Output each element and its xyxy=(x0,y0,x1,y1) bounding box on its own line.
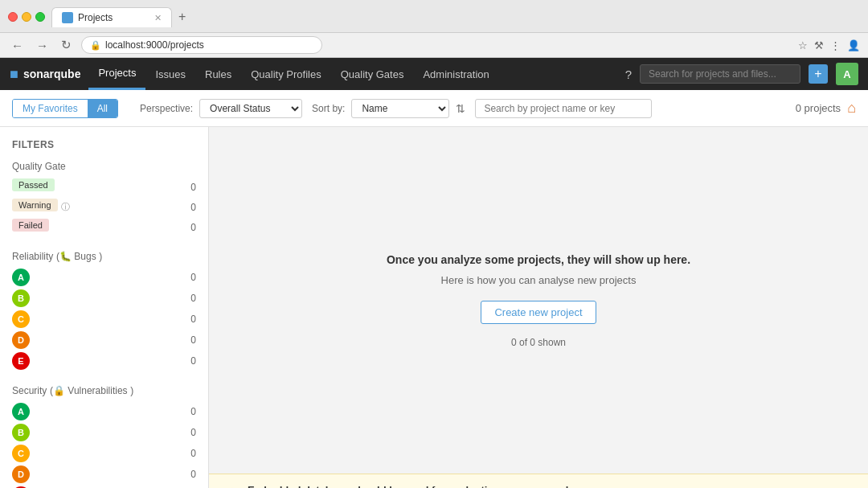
passed-count: 0 xyxy=(190,182,196,193)
warning-label: Warning xyxy=(18,200,51,210)
sidebar: Filters Quality Gate Passed 0 Warning ⓘ xyxy=(0,127,209,488)
help-icon[interactable]: ? xyxy=(625,68,632,81)
address-bar-row: ← → ↻ 🔒 localhost:9000/projects ☆ ⚒ ⋮ 👤 xyxy=(0,33,868,58)
grade-e-reliability[interactable]: E xyxy=(12,352,30,370)
nav-rules[interactable]: Rules xyxy=(195,58,241,90)
address-text: localhost:9000/projects xyxy=(105,39,204,51)
extensions-icon[interactable]: ⚒ xyxy=(814,39,824,51)
projects-count-row: 0 projects ⌂ xyxy=(796,100,856,117)
warning-title: Embedded database should be used for eva… xyxy=(248,484,852,488)
security-b-row: B 0 xyxy=(12,424,196,441)
close-button[interactable] xyxy=(8,12,18,22)
grade-d-reliability[interactable]: D xyxy=(12,331,30,349)
title-bar: Projects ✕ + xyxy=(8,6,860,27)
security-d-count: 0 xyxy=(190,469,196,480)
lock-icon: 🔒 xyxy=(90,40,101,51)
browser-chrome: Projects ✕ + xyxy=(0,0,868,33)
maximize-button[interactable] xyxy=(35,12,45,22)
perspective-select[interactable]: Overall Status New Code xyxy=(199,99,302,118)
perspective-row: Perspective: Overall Status New Code xyxy=(140,99,302,118)
passed-badge[interactable]: Passed xyxy=(12,178,55,191)
security-c-count: 0 xyxy=(190,448,196,459)
grade-d-security[interactable]: D xyxy=(12,465,30,483)
main-layout: Filters Quality Gate Passed 0 Warning ⓘ xyxy=(0,127,868,488)
tab-bar: Projects ✕ + xyxy=(51,6,192,27)
security-a-row: A 0 xyxy=(12,403,196,420)
sort-order-icon[interactable]: ⇅ xyxy=(456,102,465,115)
tab-close-icon[interactable]: ✕ xyxy=(154,13,162,23)
nav-projects[interactable]: Projects xyxy=(88,58,145,90)
minimize-button[interactable] xyxy=(22,12,31,22)
new-tab-button[interactable]: + xyxy=(172,6,192,27)
reliability-a-count: 0 xyxy=(190,272,196,283)
nav-issues[interactable]: Issues xyxy=(145,58,195,90)
reliability-b-row: B 0 xyxy=(12,289,196,307)
projects-count-text: 0 projects xyxy=(796,102,841,114)
warning-badge[interactable]: Warning xyxy=(12,199,58,211)
filter-bar: My Favorites All Perspective: Overall St… xyxy=(0,90,868,127)
address-bar[interactable]: 🔒 localhost:9000/projects xyxy=(81,36,322,54)
app-navbar: ■ sonarqube Projects Issues Rules Qualit… xyxy=(0,58,868,90)
failed-count: 0 xyxy=(190,222,196,233)
address-bar-icons: ☆ ⚒ ⋮ 👤 xyxy=(798,39,860,51)
quality-gate-section: Quality Gate Passed 0 Warning ⓘ 0 xyxy=(12,160,196,236)
empty-state: Once you analyze some projects, they wil… xyxy=(387,253,690,348)
grade-b-security[interactable]: B xyxy=(12,424,30,441)
create-button[interactable]: + xyxy=(809,64,828,84)
traffic-lights xyxy=(8,12,45,22)
grade-b-reliability[interactable]: B xyxy=(12,289,30,307)
tab-title: Projects xyxy=(78,12,113,23)
security-c-row: C 0 xyxy=(12,445,196,462)
reliability-d-count: 0 xyxy=(190,334,196,346)
forward-button[interactable]: → xyxy=(33,37,51,54)
security-b-count: 0 xyxy=(190,427,196,438)
refresh-button[interactable]: ↻ xyxy=(58,36,75,54)
sonar-logo: ■ sonarqube xyxy=(10,66,80,83)
reliability-b-count: 0 xyxy=(190,293,196,304)
reliability-a-row: A 0 xyxy=(12,269,196,286)
bookmark-icon[interactable]: ☆ xyxy=(798,39,808,51)
qg-warning-row: Warning ⓘ 0 xyxy=(12,199,196,215)
nav-administration[interactable]: Administration xyxy=(413,58,498,90)
security-section: Security (🔒 Vulnerabilities ) A 0 B 0 C … xyxy=(12,384,196,488)
sonar-cube-icon: ■ xyxy=(10,66,18,83)
my-favorites-tab[interactable]: My Favorites xyxy=(13,100,88,117)
back-button[interactable]: ← xyxy=(8,37,27,54)
warning-icon: ⚠ xyxy=(225,485,238,488)
reliability-c-count: 0 xyxy=(190,314,196,325)
perspective-label: Perspective: xyxy=(140,103,193,114)
sort-row: Sort by: Name Last analysis ⇅ xyxy=(312,99,465,118)
security-d-row: D 0 xyxy=(12,465,196,483)
reliability-d-row: D 0 xyxy=(12,331,196,349)
sort-select[interactable]: Name Last analysis xyxy=(351,99,449,118)
nav-quality-gates[interactable]: Quality Gates xyxy=(331,58,414,90)
grade-a-security[interactable]: A xyxy=(12,403,30,420)
reliability-section: Reliability (🐛 Bugs ) A 0 B 0 C 0 D 0 xyxy=(12,250,196,370)
project-search-input[interactable] xyxy=(475,99,652,118)
account-icon[interactable]: 👤 xyxy=(847,39,860,51)
sonar-logo-text: sonarqube xyxy=(23,68,81,80)
grade-a-reliability[interactable]: A xyxy=(12,269,30,286)
warning-info-icon[interactable]: ⓘ xyxy=(61,201,70,213)
create-new-project-button[interactable]: Create new project xyxy=(481,301,596,324)
global-search-input[interactable] xyxy=(640,64,800,84)
grade-c-security[interactable]: C xyxy=(12,445,30,462)
nav-quality-profiles[interactable]: Quality Profiles xyxy=(241,58,330,90)
passed-label: Passed xyxy=(18,180,48,190)
filters-heading: Filters xyxy=(12,139,196,150)
grade-c-reliability[interactable]: C xyxy=(12,310,30,328)
security-title: Security (🔒 Vulnerabilities ) xyxy=(12,384,196,396)
menu-icon[interactable]: ⋮ xyxy=(830,39,841,51)
sort-label: Sort by: xyxy=(312,103,345,114)
home-icon[interactable]: ⌂ xyxy=(847,100,856,117)
avatar[interactable]: A xyxy=(836,63,858,85)
all-tab[interactable]: All xyxy=(88,100,117,117)
empty-state-container: Once you analyze some projects, they wil… xyxy=(209,127,868,474)
failed-badge[interactable]: Failed xyxy=(12,219,49,232)
reliability-title: Reliability (🐛 Bugs ) xyxy=(12,250,196,262)
reliability-e-count: 0 xyxy=(190,355,196,367)
reliability-c-row: C 0 xyxy=(12,310,196,328)
quality-gate-title: Quality Gate xyxy=(12,160,196,172)
failed-label: Failed xyxy=(18,220,43,230)
browser-tab[interactable]: Projects ✕ xyxy=(51,7,172,27)
